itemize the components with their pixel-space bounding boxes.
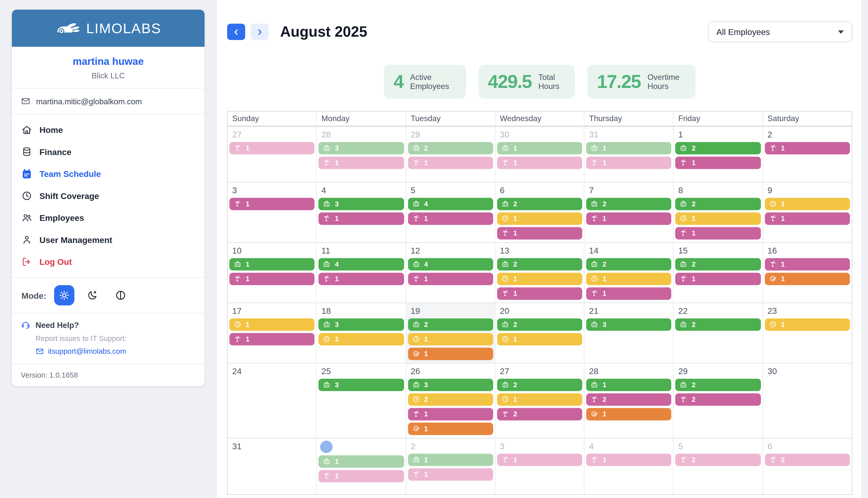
calendar-day-cell[interactable]: 1141 — [317, 243, 406, 303]
calendar-day-cell[interactable]: 19211 — [406, 303, 495, 363]
vacation-pill[interactable]: 1 — [586, 287, 671, 300]
vacation-pill[interactable]: 1 — [319, 157, 404, 169]
calendar-day-cell[interactable]: 30 — [763, 363, 852, 438]
regular-pill[interactable]: 2 — [408, 318, 493, 331]
calendar-day-cell[interactable]: 1831 — [317, 303, 406, 363]
calendar-day-cell[interactable]: 2831 — [317, 127, 406, 182]
calendar-day-cell[interactable]: 253 — [317, 363, 406, 438]
sidebar-item-shift-coverage[interactable]: Shift Coverage — [12, 185, 205, 207]
vacation-pill[interactable]: 1 — [229, 142, 315, 154]
calendar-day-cell[interactable]: 3111 — [584, 127, 674, 182]
calendar-day-cell[interactable]: 21 — [763, 127, 852, 182]
overtime-pill[interactable]: 1 — [497, 393, 582, 406]
regular-pill[interactable]: 1 — [229, 258, 315, 270]
vacation-pill[interactable]: 1 — [408, 468, 493, 481]
regular-pill[interactable]: 2 — [408, 142, 493, 154]
regular-pill[interactable]: 1 — [497, 142, 582, 154]
vacation-pill[interactable]: 2 — [675, 454, 761, 466]
regular-pill[interactable]: 2 — [586, 198, 671, 210]
calendar-day-cell[interactable]: 2922 — [674, 363, 763, 438]
vacation-pill[interactable]: 1 — [319, 273, 404, 285]
vacation-pill[interactable]: 2 — [586, 393, 671, 406]
sick-pill[interactable]: 1 — [408, 348, 493, 360]
sidebar-item-user-management[interactable]: User Management — [12, 229, 205, 251]
calendar-day-cell[interactable]: 111 — [317, 438, 406, 494]
next-month-button[interactable] — [251, 24, 269, 40]
regular-pill[interactable]: 1 — [319, 455, 404, 468]
calendar-day-cell[interactable]: 13211 — [495, 243, 584, 303]
calendar-day-cell[interactable]: 31 — [228, 182, 317, 243]
vacation-pill[interactable]: 1 — [497, 227, 582, 239]
regular-pill[interactable]: 2 — [497, 198, 582, 210]
vacation-pill[interactable]: 1 — [229, 273, 315, 285]
contrast-mode-button[interactable] — [110, 285, 131, 305]
vacation-pill[interactable]: 1 — [765, 142, 850, 154]
calendar-day-cell[interactable]: 27212 — [495, 363, 584, 438]
user-name[interactable]: martina huwae — [17, 56, 199, 68]
regular-pill[interactable]: 2 — [497, 379, 582, 391]
regular-pill[interactable]: 2 — [675, 142, 761, 154]
regular-pill[interactable]: 1 — [586, 142, 671, 154]
calendar-day-cell[interactable]: 213 — [584, 303, 674, 363]
overtime-pill[interactable]: 1 — [586, 273, 671, 285]
vacation-pill[interactable]: 1 — [765, 258, 850, 270]
sidebar-item-team-schedule[interactable]: Team Schedule — [12, 163, 205, 185]
calendar-day-cell[interactable]: 431 — [317, 182, 406, 243]
regular-pill[interactable]: 3 — [319, 198, 404, 210]
overtime-pill[interactable]: 1 — [408, 333, 493, 345]
calendar-day-cell[interactable]: 52 — [674, 438, 763, 494]
regular-pill[interactable]: 3 — [319, 318, 404, 331]
calendar-day-cell[interactable]: 121 — [674, 127, 763, 182]
vacation-pill[interactable]: 1 — [497, 157, 582, 169]
regular-pill[interactable]: 1 — [408, 454, 493, 466]
vacation-pill[interactable]: 1 — [408, 157, 493, 169]
regular-pill[interactable]: 4 — [319, 258, 404, 270]
vacation-pill[interactable]: 2 — [765, 454, 850, 466]
calendar-day-cell[interactable]: 541 — [406, 182, 495, 243]
employee-filter-select[interactable]: All Employees — [708, 22, 852, 42]
calendar-day-cell[interactable]: 24 — [228, 363, 317, 438]
dark-mode-button[interactable] — [82, 285, 103, 305]
vacation-pill[interactable]: 1 — [408, 273, 493, 285]
vacation-pill[interactable]: 1 — [229, 198, 315, 210]
calendar-day-cell[interactable]: 3011 — [495, 127, 584, 182]
vacation-pill[interactable]: 1 — [586, 157, 671, 169]
regular-pill[interactable]: 2 — [675, 379, 761, 391]
vacation-pill[interactable]: 1 — [675, 273, 761, 285]
sick-pill[interactable]: 1 — [586, 408, 671, 420]
sick-pill[interactable]: 1 — [765, 273, 850, 285]
vacation-pill[interactable]: 1 — [408, 408, 493, 420]
regular-pill[interactable]: 4 — [408, 198, 493, 210]
regular-pill[interactable]: 2 — [586, 258, 671, 270]
overtime-pill[interactable]: 1 — [497, 212, 582, 225]
overtime-pill[interactable]: 1 — [765, 318, 850, 331]
regular-pill[interactable]: 3 — [586, 318, 671, 331]
overtime-pill[interactable]: 2 — [408, 393, 493, 406]
sidebar-item-log-out[interactable]: Log Out — [12, 251, 205, 273]
calendar-day-cell[interactable]: 8211 — [674, 182, 763, 243]
calendar-day-cell[interactable]: 31 — [495, 438, 584, 494]
calendar-day-cell[interactable]: 1241 — [406, 243, 495, 303]
calendar-day-cell[interactable]: 31 — [228, 438, 317, 494]
sidebar-item-finance[interactable]: Finance — [12, 141, 205, 163]
calendar-day-cell[interactable]: 1711 — [228, 303, 317, 363]
sidebar-item-home[interactable]: Home — [12, 119, 205, 141]
calendar-day-cell[interactable]: 721 — [584, 182, 674, 243]
regular-pill[interactable]: 2 — [675, 258, 761, 270]
overtime-pill[interactable]: 1 — [675, 212, 761, 225]
calendar-day-cell[interactable]: 271 — [228, 127, 317, 182]
regular-pill[interactable]: 2 — [497, 318, 582, 331]
overtime-pill[interactable]: 1 — [319, 333, 404, 345]
overtime-pill[interactable]: 1 — [497, 333, 582, 345]
regular-pill[interactable]: 3 — [319, 379, 404, 391]
regular-pill[interactable]: 2 — [497, 258, 582, 270]
calendar-day-cell[interactable]: 222 — [674, 303, 763, 363]
previous-month-button[interactable] — [227, 24, 245, 40]
calendar-day-cell[interactable]: 231 — [763, 303, 852, 363]
calendar-day-cell[interactable]: 6211 — [495, 182, 584, 243]
overtime-pill[interactable]: 1 — [229, 318, 315, 331]
overtime-pill[interactable]: 1 — [497, 273, 582, 285]
vacation-pill[interactable]: 1 — [319, 470, 404, 482]
calendar-day-cell[interactable]: 263211 — [406, 363, 495, 438]
calendar-day-cell[interactable]: 1611 — [763, 243, 852, 303]
